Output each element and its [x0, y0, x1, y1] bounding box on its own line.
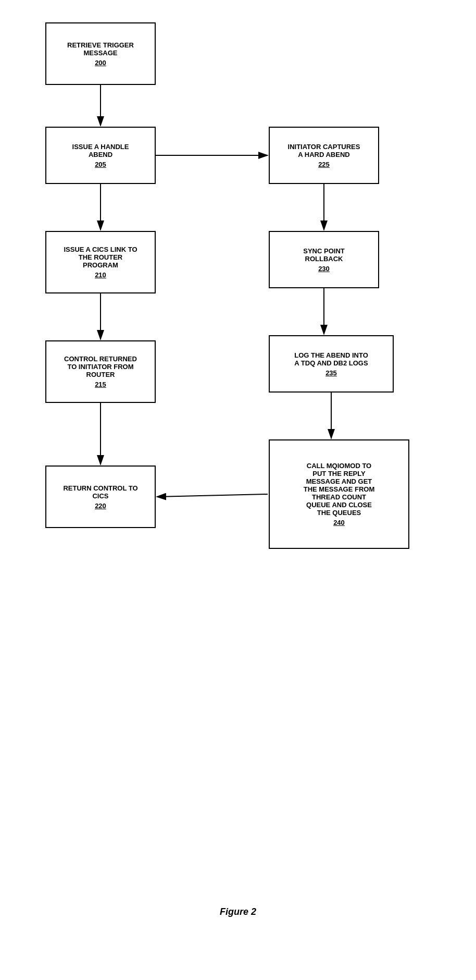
box-225-ref: 225: [318, 161, 330, 168]
box-215-ref: 215: [95, 381, 106, 388]
box-240-ref: 240: [333, 519, 345, 526]
figure-label: Figure 2: [0, 906, 476, 917]
diagram: RETRIEVE TRIGGERMESSAGE 200 ISSUE A HAND…: [0, 0, 476, 928]
box-200: RETRIEVE TRIGGERMESSAGE 200: [45, 22, 156, 85]
box-220: RETURN CONTROL TOCICS 220: [45, 466, 156, 528]
box-220-label: RETURN CONTROL TOCICS: [63, 484, 137, 500]
box-235-ref: 235: [325, 369, 337, 377]
box-200-ref: 200: [95, 59, 106, 67]
box-210: ISSUE A CICS LINK TOTHE ROUTERPROGRAM 21…: [45, 231, 156, 293]
box-225-label: INITIATOR CAPTURESA HARD ABEND: [288, 143, 360, 158]
box-230-ref: 230: [318, 265, 330, 273]
box-205-label: ISSUE A HANDLEABEND: [72, 143, 129, 158]
box-210-label: ISSUE A CICS LINK TOTHE ROUTERPROGRAM: [64, 246, 137, 269]
box-210-ref: 210: [95, 271, 106, 279]
box-215-label: CONTROL RETURNEDTO INITIATOR FROMROUTER: [64, 355, 137, 378]
box-205-ref: 205: [95, 161, 106, 168]
box-200-label: RETRIEVE TRIGGERMESSAGE: [67, 41, 134, 57]
box-225: INITIATOR CAPTURESA HARD ABEND 225: [269, 127, 379, 184]
box-220-ref: 220: [95, 502, 106, 510]
box-205: ISSUE A HANDLEABEND 205: [45, 127, 156, 184]
box-215: CONTROL RETURNEDTO INITIATOR FROMROUTER …: [45, 340, 156, 403]
box-240: CALL MQIOMOD TOPUT THE REPLYMESSAGE AND …: [269, 439, 409, 549]
box-230-label: SYNC POINTROLLBACK: [303, 247, 344, 263]
box-235: LOG THE ABEND INTOA TDQ AND DB2 LOGS 235: [269, 335, 394, 393]
arrow-240-220: [157, 494, 268, 497]
box-235-label: LOG THE ABEND INTOA TDQ AND DB2 LOGS: [294, 351, 368, 367]
box-230: SYNC POINTROLLBACK 230: [269, 231, 379, 288]
box-240-label: CALL MQIOMOD TOPUT THE REPLYMESSAGE AND …: [304, 462, 375, 517]
